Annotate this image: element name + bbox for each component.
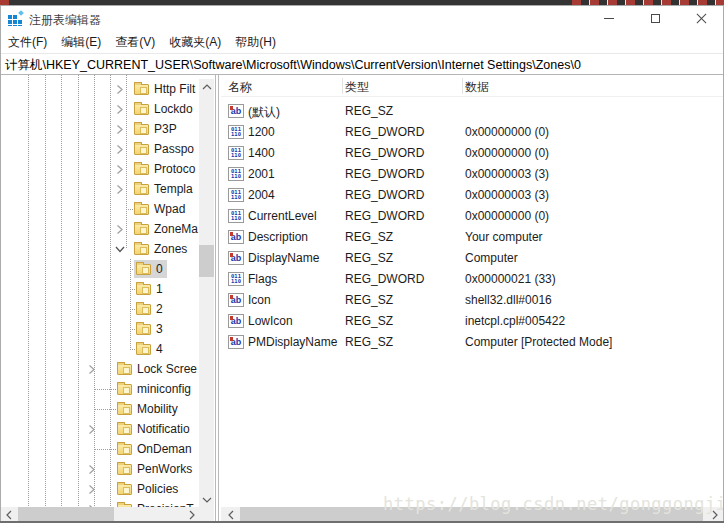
tree-node[interactable]: Notificatio (115, 420, 194, 438)
tree-node[interactable]: Http Filt (132, 80, 199, 98)
tree-node[interactable]: Policies (115, 480, 182, 498)
tree-item-mobility[interactable]: Mobility (0, 399, 214, 419)
tree-item-1[interactable]: 1 (0, 279, 214, 299)
tree-node[interactable]: 1 (134, 280, 167, 298)
menu-item-file[interactable]: 文件(F) (8, 32, 47, 52)
expand-chevron-icon[interactable] (88, 424, 98, 434)
column-header-name[interactable]: 名称 (228, 79, 252, 96)
registry-value-row[interactable]: 011110 2001 REG_DWORD 0x00000003 (3) (221, 164, 723, 185)
expand-chevron-icon[interactable] (116, 244, 126, 254)
tree-node[interactable]: ZoneMa (132, 220, 202, 238)
tree-item-0[interactable]: 0 (0, 259, 214, 279)
tree-vertical-scrollbar[interactable] (199, 79, 214, 507)
tree-item-wpad[interactable]: Wpad (0, 199, 214, 219)
tree-item-http-filt[interactable]: Http Filt (0, 79, 214, 99)
expand-chevron-icon[interactable] (116, 224, 126, 234)
registry-value-row[interactable]: 011110 1400 REG_DWORD 0x00000000 (0) (221, 143, 723, 164)
registry-value-row[interactable]: 011110 CurrentLevel REG_DWORD 0x00000000… (221, 206, 723, 227)
tree-item-zones[interactable]: Zones (0, 239, 214, 259)
window-title: 注册表编辑器 (29, 12, 101, 29)
tree-item-4[interactable]: 4 (0, 339, 214, 359)
scroll-left-button[interactable] (1, 507, 16, 521)
tree-node[interactable]: P3P (132, 120, 181, 138)
menu-item-view[interactable]: 查看(V) (115, 32, 155, 52)
expand-chevron-icon[interactable] (116, 124, 126, 134)
tree-item-3[interactable]: 3 (0, 319, 214, 339)
tree-item-lockdo[interactable]: Lockdo (0, 99, 214, 119)
folder-icon (134, 204, 149, 215)
tree-node[interactable]: Zones (132, 240, 191, 258)
scrollbar-thumb[interactable] (199, 245, 214, 277)
title-bar[interactable]: 注册表编辑器 (0, 5, 724, 32)
tree-node[interactable]: PenWorks (115, 460, 196, 478)
tree-node[interactable]: 3 (134, 320, 167, 338)
menu-item-edit[interactable]: 编辑(E) (61, 32, 101, 52)
tree-horizontal-scrollbar[interactable] (1, 507, 199, 521)
scroll-left-button[interactable] (223, 507, 238, 521)
menu-item-help[interactable]: 帮助(H) (235, 32, 276, 52)
tree-item-templa[interactable]: Templa (0, 179, 214, 199)
column-separator[interactable] (462, 78, 463, 94)
sparkle-icon (18, 10, 24, 16)
value-data: 0x00000003 (3) (465, 188, 549, 202)
tree-item-label: 1 (156, 282, 163, 296)
expand-chevron-icon[interactable] (116, 104, 126, 114)
tree-item-p3p[interactable]: P3P (0, 119, 214, 139)
tree-node[interactable]: OnDeman (115, 440, 196, 458)
folder-icon (117, 484, 132, 495)
tree-item-label: Zones (154, 242, 187, 256)
menu-item-favorites[interactable]: 收藏夹(A) (169, 32, 221, 52)
tree-item-miniconfig[interactable]: miniconfig (0, 379, 214, 399)
tree-node[interactable]: Mobility (115, 400, 182, 418)
expand-chevron-icon[interactable] (88, 464, 98, 474)
column-header-data[interactable]: 数据 (465, 79, 489, 96)
tree-item-2[interactable]: 2 (0, 299, 214, 319)
registry-value-row[interactable]: 011110 Flags REG_DWORD 0x00000021 (33) (221, 269, 723, 290)
expand-chevron-icon[interactable] (116, 184, 126, 194)
expand-chevron-icon[interactable] (116, 164, 126, 174)
registry-value-row[interactable]: ab PMDisplayName REG_SZ Computer [Protec… (221, 332, 723, 353)
tree-node[interactable]: 4 (134, 340, 167, 358)
tree-item-penworks[interactable]: PenWorks (0, 459, 214, 479)
tree-node[interactable]: 0 (134, 260, 167, 278)
tree-item-label: OnDeman (137, 442, 192, 456)
folder-icon (117, 444, 132, 455)
registry-value-row[interactable]: 011110 2004 REG_DWORD 0x00000003 (3) (221, 185, 723, 206)
registry-value-row[interactable]: ab LowIcon REG_SZ inetcpl.cpl#005422 (221, 311, 723, 332)
tree-item-zonema[interactable]: ZoneMa (0, 219, 214, 239)
registry-value-row[interactable]: 011110 1200 REG_DWORD 0x00000000 (0) (221, 122, 723, 143)
address-bar[interactable]: 计算机\HKEY_CURRENT_USER\Software\Microsoft… (0, 53, 724, 75)
tree-item-ondeman[interactable]: OnDeman (0, 439, 214, 459)
tree-item-policies[interactable]: Policies (0, 479, 214, 499)
registry-value-row[interactable]: ab DisplayName REG_SZ Computer (221, 248, 723, 269)
scroll-down-button[interactable] (199, 492, 214, 507)
expand-chevron-icon[interactable] (88, 484, 98, 494)
tree-item-lock-scree[interactable]: Lock Scree (0, 359, 214, 379)
tree-item-protoco[interactable]: Protoco (0, 159, 214, 179)
tree-node[interactable]: Lockdo (132, 100, 197, 118)
tree-node[interactable]: Templa (132, 180, 197, 198)
expand-chevron-icon[interactable] (88, 364, 98, 374)
close-button[interactable] (678, 5, 724, 32)
expand-chevron-icon[interactable] (116, 144, 126, 154)
column-header-type[interactable]: 类型 (345, 79, 369, 96)
tree-node[interactable]: miniconfig (115, 380, 195, 398)
tree-node[interactable]: Lock Scree (115, 360, 201, 378)
scroll-up-button[interactable] (199, 79, 214, 94)
tree-item-passpo[interactable]: Passpo (0, 139, 214, 159)
expand-chevron-icon[interactable] (116, 84, 126, 94)
registry-value-row[interactable]: ab (默认) REG_SZ (221, 101, 723, 122)
registry-value-row[interactable]: ab Icon REG_SZ shell32.dll#0016 (221, 290, 723, 311)
folder-icon (134, 184, 149, 195)
column-separator[interactable] (342, 78, 343, 94)
scrollbar-thumb[interactable] (18, 507, 114, 521)
scroll-right-button[interactable] (184, 507, 199, 521)
tree-node[interactable]: Wpad (132, 200, 189, 218)
tree-node[interactable]: 2 (134, 300, 167, 318)
maximize-button[interactable] (632, 5, 678, 32)
minimize-button[interactable] (586, 5, 632, 32)
tree-item-notificatio[interactable]: Notificatio (0, 419, 214, 439)
tree-node[interactable]: Passpo (132, 140, 198, 158)
registry-value-row[interactable]: ab Description REG_SZ Your computer (221, 227, 723, 248)
tree-node[interactable]: Protoco (132, 160, 199, 178)
